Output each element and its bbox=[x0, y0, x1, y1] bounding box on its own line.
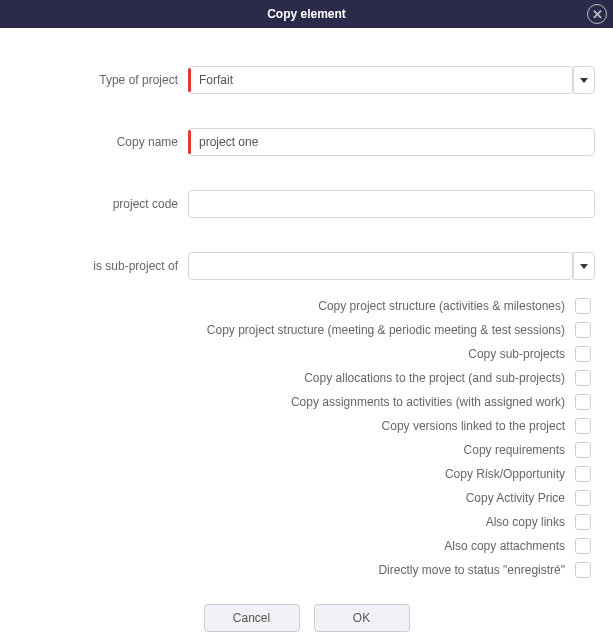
option-checkbox[interactable] bbox=[575, 322, 591, 338]
type-of-project-dropdown-button[interactable] bbox=[573, 66, 595, 94]
sub-project-of-input[interactable] bbox=[188, 252, 573, 280]
option-checkbox[interactable] bbox=[575, 346, 591, 362]
project-code-field bbox=[188, 190, 595, 218]
ok-button[interactable]: OK bbox=[314, 604, 410, 632]
option-row: Copy allocations to the project (and sub… bbox=[18, 370, 595, 386]
required-indicator bbox=[188, 130, 191, 154]
label-type-of-project: Type of project bbox=[18, 73, 188, 87]
type-of-project-field bbox=[188, 66, 595, 94]
close-button[interactable]: ✕ bbox=[587, 4, 607, 24]
option-checkbox[interactable] bbox=[575, 418, 591, 434]
option-checkbox[interactable] bbox=[575, 490, 591, 506]
option-checkbox[interactable] bbox=[575, 514, 591, 530]
dialog-title: Copy element bbox=[267, 7, 346, 21]
project-code-input[interactable] bbox=[188, 190, 595, 218]
option-label: Copy Activity Price bbox=[466, 491, 565, 505]
chevron-down-icon bbox=[580, 78, 588, 83]
option-row: Copy assignments to activities (with ass… bbox=[18, 394, 595, 410]
option-row: Copy versions linked to the project bbox=[18, 418, 595, 434]
row-sub-project-of: is sub-project of bbox=[18, 252, 595, 280]
option-row: Copy project structure (meeting & period… bbox=[18, 322, 595, 338]
copy-name-input[interactable] bbox=[188, 128, 595, 156]
option-label: Also copy attachments bbox=[444, 539, 565, 553]
option-row: Also copy attachments bbox=[18, 538, 595, 554]
option-label: Copy sub-projects bbox=[468, 347, 565, 361]
close-icon: ✕ bbox=[592, 8, 603, 21]
option-label: Copy project structure (activities & mil… bbox=[318, 299, 565, 313]
options-list: Copy project structure (activities & mil… bbox=[18, 298, 595, 578]
option-checkbox[interactable] bbox=[575, 394, 591, 410]
copy-name-field bbox=[188, 128, 595, 156]
option-label: Copy allocations to the project (and sub… bbox=[304, 371, 565, 385]
option-row: Copy Activity Price bbox=[18, 490, 595, 506]
option-row: Copy sub-projects bbox=[18, 346, 595, 362]
option-row: Copy Risk/Opportunity bbox=[18, 466, 595, 482]
copy-element-dialog: Copy element ✕ Type of project Copy name bbox=[0, 0, 613, 641]
row-type-of-project: Type of project bbox=[18, 66, 595, 94]
option-checkbox[interactable] bbox=[575, 538, 591, 554]
option-label: Copy assignments to activities (with ass… bbox=[291, 395, 565, 409]
cancel-button[interactable]: Cancel bbox=[204, 604, 300, 632]
label-sub-project-of: is sub-project of bbox=[18, 259, 188, 273]
required-indicator bbox=[188, 68, 191, 92]
option-row: Copy requirements bbox=[18, 442, 595, 458]
dialog-body: Type of project Copy name project code bbox=[0, 28, 613, 641]
sub-project-of-field bbox=[188, 252, 595, 280]
option-checkbox[interactable] bbox=[575, 562, 591, 578]
option-row: Directly move to status "enregistré" bbox=[18, 562, 595, 578]
label-copy-name: Copy name bbox=[18, 135, 188, 149]
option-label: Copy Risk/Opportunity bbox=[445, 467, 565, 481]
option-checkbox[interactable] bbox=[575, 466, 591, 482]
option-label: Also copy links bbox=[486, 515, 565, 529]
option-row: Copy project structure (activities & mil… bbox=[18, 298, 595, 314]
dialog-buttons: Cancel OK bbox=[18, 604, 595, 632]
sub-project-of-dropdown-button[interactable] bbox=[573, 252, 595, 280]
option-checkbox[interactable] bbox=[575, 370, 591, 386]
option-label: Copy project structure (meeting & period… bbox=[207, 323, 565, 337]
row-copy-name: Copy name bbox=[18, 128, 595, 156]
type-of-project-input[interactable] bbox=[188, 66, 573, 94]
option-checkbox[interactable] bbox=[575, 298, 591, 314]
dialog-titlebar: Copy element ✕ bbox=[0, 0, 613, 28]
option-label: Copy versions linked to the project bbox=[382, 419, 565, 433]
option-row: Also copy links bbox=[18, 514, 595, 530]
option-label: Directly move to status "enregistré" bbox=[378, 563, 565, 577]
label-project-code: project code bbox=[18, 197, 188, 211]
option-label: Copy requirements bbox=[464, 443, 565, 457]
chevron-down-icon bbox=[580, 264, 588, 269]
option-checkbox[interactable] bbox=[575, 442, 591, 458]
row-project-code: project code bbox=[18, 190, 595, 218]
